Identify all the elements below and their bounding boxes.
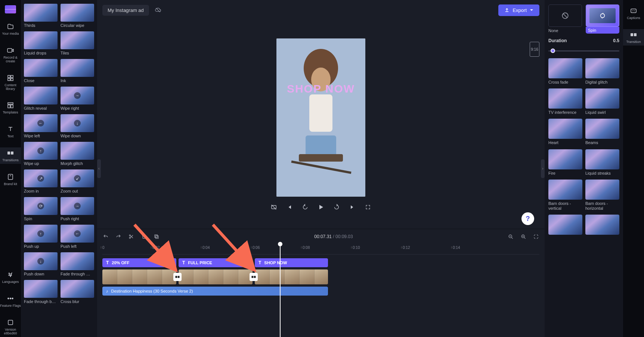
play-button[interactable] — [317, 203, 325, 211]
direction-icon: ← — [74, 230, 81, 237]
transition-item[interactable]: Tiles — [61, 31, 94, 55]
transition-preset-item[interactable]: Liquid streaks — [585, 149, 619, 176]
nav-captions[interactable]: Captions — [623, 5, 644, 22]
audio-clip[interactable]: ♪ Destination Happiness (30 Seconds Vers… — [102, 287, 328, 296]
fullscreen-icon[interactable] — [364, 203, 372, 211]
forward-icon[interactable] — [333, 203, 340, 211]
duration-slider[interactable] — [548, 48, 619, 54]
transition-item[interactable]: ↙Zoom out — [61, 169, 94, 193]
transition-item[interactable]: Glitch reveal — [24, 87, 58, 110]
transition-item[interactable]: ↗Zoom in — [24, 169, 58, 193]
export-button[interactable]: Export — [498, 4, 539, 16]
undo-button[interactable] — [102, 233, 109, 240]
transition-item[interactable]: Thirds — [24, 4, 58, 28]
transition-preset-item[interactable]: Beams — [585, 119, 619, 145]
svg-rect-28 — [254, 276, 256, 278]
transition-item[interactable]: ↑Wipe up — [24, 142, 58, 166]
transition-preset-item[interactable]: TV interference — [548, 88, 582, 115]
nav-your-media[interactable]: Your media — [0, 21, 21, 37]
split-button[interactable] — [128, 233, 134, 240]
transition-item[interactable]: ⟳Spin — [24, 197, 58, 221]
duplicate-button[interactable] — [153, 233, 160, 240]
transition-item[interactable]: ↓Wipe down — [61, 114, 94, 138]
transition-item[interactable]: ↑Push up — [24, 225, 58, 249]
transition-item[interactable]: Ink — [61, 59, 94, 83]
ruler-tick: 0:10 — [353, 246, 360, 250]
delete-button[interactable] — [140, 233, 147, 240]
fit-zoom-button[interactable] — [533, 233, 539, 240]
video-canvas[interactable]: SHOP NOW — [276, 38, 365, 197]
captions-icon — [629, 7, 638, 15]
svg-rect-32 — [634, 33, 637, 36]
skip-end-icon[interactable] — [349, 203, 356, 211]
transition-preset-item[interactable]: Barn doors - horizontal — [585, 180, 619, 211]
crop-toggle-icon[interactable] — [270, 203, 278, 211]
transition-item[interactable]: →Push right — [61, 197, 94, 221]
transition-preset-item[interactable]: Heart — [548, 119, 582, 145]
video-clip[interactable] — [255, 269, 328, 284]
nav-text[interactable]: Text — [0, 124, 21, 140]
transition-preset-item[interactable]: Barn doors - vertical — [548, 180, 582, 211]
nav-content-library[interactable]: Content library — [0, 72, 21, 93]
clip-label: SHOP NOW — [264, 260, 287, 265]
transition-item[interactable]: ↓Push down — [24, 252, 58, 276]
ruler-tick: 0:06 — [253, 246, 260, 250]
upload-icon — [504, 7, 510, 13]
nav-templates[interactable]: Templates — [0, 100, 21, 116]
nav-transition[interactable]: Transition — [623, 29, 644, 46]
transition-preset-item[interactable]: Cross fade — [548, 58, 582, 85]
nav-record-create[interactable]: Record & create — [0, 45, 21, 65]
transition-item[interactable]: Cross blur — [61, 280, 94, 304]
current-time: 00:07.31 — [314, 234, 332, 239]
transition-item[interactable]: Circular wipe — [61, 4, 94, 28]
project-name[interactable]: My Instagram ad — [102, 5, 149, 16]
nav-version[interactable]: Version e8bed60 — [0, 317, 21, 337]
transition-item[interactable]: Close — [24, 59, 58, 83]
app-logo[interactable] — [5, 5, 16, 13]
zoom-in-button[interactable] — [520, 233, 527, 240]
transition-item[interactable]: →Wipe right — [61, 87, 94, 110]
transition-preset-item[interactable]: Digital glitch — [585, 58, 619, 85]
ruler-tick: 0:12 — [403, 246, 410, 250]
transition-item[interactable]: Fade through … — [61, 252, 94, 276]
nav-feature-flags[interactable]: ••• Feature Flags — [0, 293, 21, 309]
transition-item[interactable]: Fade through b… — [24, 280, 58, 304]
transition-item[interactable]: ←Wipe left — [24, 114, 58, 138]
video-clip[interactable] — [102, 269, 176, 284]
text-clip[interactable]: TFULL PRICE — [179, 258, 253, 267]
text-icon: T — [258, 260, 261, 265]
nav-brand-kit[interactable]: Brand kit — [0, 171, 21, 188]
preset-none[interactable]: None — [548, 4, 582, 34]
transition-preset-item[interactable] — [548, 215, 582, 236]
transition-preset-item[interactable]: Fire — [548, 149, 582, 176]
time-ruler[interactable]: 00:020:040:060:080:100:120:14 — [102, 244, 539, 255]
transition-marker[interactable] — [250, 273, 258, 281]
panel-collapse-left[interactable]: ‹ — [97, 159, 101, 178]
skip-start-icon[interactable] — [286, 203, 293, 211]
editor-center: My Instagram ad Export 9:16 SHOP NOW — [97, 0, 545, 337]
text-clip[interactable]: TSHOP NOW — [255, 258, 328, 267]
cloud-sync-icon[interactable] — [154, 6, 162, 15]
tracks-area[interactable]: T20% OFFTFULL PRICETSHOP NOW ♪ Destinati… — [97, 255, 545, 337]
nav-transitions[interactable]: Transitions — [0, 147, 21, 164]
panel-collapse-right[interactable]: › — [541, 159, 545, 178]
transition-marker[interactable] — [173, 273, 182, 281]
rewind-icon[interactable] — [301, 203, 309, 211]
transition-preset-item[interactable] — [585, 215, 619, 236]
transition-item[interactable]: ←Push left — [61, 225, 94, 249]
nav-languages[interactable]: Languages — [0, 269, 21, 285]
transition-item[interactable]: Liquid drops — [24, 31, 58, 55]
redo-button[interactable] — [115, 233, 122, 240]
aspect-ratio-badge[interactable]: 9:16 — [530, 42, 539, 57]
nav-label: Captions — [627, 16, 640, 20]
preset-spin[interactable]: Spin — [586, 4, 619, 34]
transition-item[interactable]: Morph glitch — [61, 142, 94, 166]
transition-preset-item[interactable]: Liquid swirl — [585, 88, 619, 115]
brand-kit-icon — [6, 173, 15, 181]
text-clip[interactable]: T20% OFF — [102, 258, 176, 267]
help-button[interactable]: ? — [521, 212, 534, 225]
zoom-out-button[interactable] — [507, 233, 514, 240]
preset-label: TV interference — [548, 110, 582, 115]
playhead[interactable] — [280, 244, 281, 337]
video-clip[interactable] — [179, 269, 253, 284]
